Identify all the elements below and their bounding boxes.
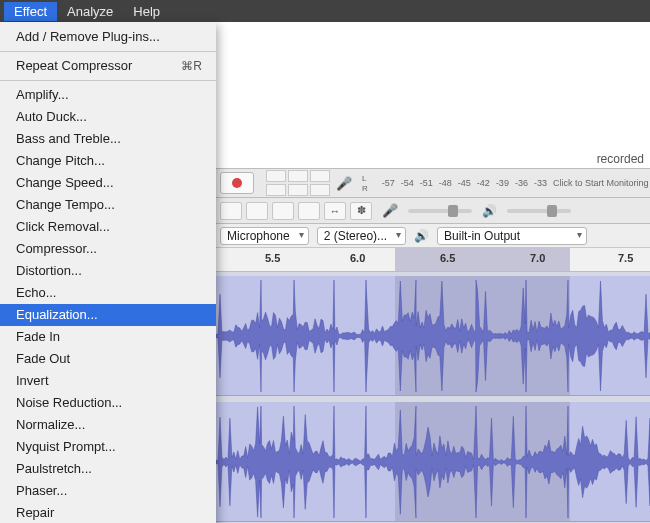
small-button[interactable] xyxy=(220,202,242,220)
waveform-zone[interactable] xyxy=(216,272,650,523)
small-button[interactable] xyxy=(272,202,294,220)
db-tick: -48 xyxy=(439,178,452,188)
speaker-icon: 🔊 xyxy=(482,204,497,218)
small-button[interactable] xyxy=(298,202,320,220)
menu-item-change-pitch[interactable]: Change Pitch... xyxy=(0,150,216,172)
channels-select[interactable]: 2 (Stereo)... xyxy=(317,227,406,245)
mic-icon: 🎤 xyxy=(336,176,352,191)
menu-item-amplify[interactable]: Amplify... xyxy=(0,84,216,106)
effect-dropdown: Add / Remove Plug-ins...Repeat Compresso… xyxy=(0,22,216,523)
tool-draw[interactable] xyxy=(310,170,330,182)
menu-item-noise-reduction[interactable]: Noise Reduction... xyxy=(0,392,216,414)
output-device-select[interactable]: Built-in Output xyxy=(437,227,587,245)
tool-envelope[interactable] xyxy=(288,170,308,182)
recording-meter[interactable]: -57 -54 -51 -48 -45 -42 -39 -36 -33 Clic… xyxy=(382,178,650,188)
db-tick: -54 xyxy=(401,178,414,188)
menu-item-fade-in[interactable]: Fade In xyxy=(0,326,216,348)
small-button[interactable] xyxy=(246,202,268,220)
channel-2[interactable] xyxy=(216,402,650,522)
menu-effect[interactable]: Effect xyxy=(4,2,57,21)
menu-separator xyxy=(0,51,216,52)
db-tick: -36 xyxy=(515,178,528,188)
menu-item-bass-and-treble[interactable]: Bass and Treble... xyxy=(0,128,216,150)
menu-item-paulstretch[interactable]: Paulstretch... xyxy=(0,458,216,480)
slider-thumb[interactable] xyxy=(448,205,458,217)
waveform xyxy=(216,402,650,522)
menu-item-invert[interactable]: Invert xyxy=(0,370,216,392)
db-tick: -51 xyxy=(420,178,433,188)
menu-item-distortion[interactable]: Distortion... xyxy=(0,260,216,282)
menu-item-phaser[interactable]: Phaser... xyxy=(0,480,216,502)
tool-zoom[interactable] xyxy=(266,184,286,196)
record-icon xyxy=(232,178,242,188)
menu-item-nyquist-prompt[interactable]: Nyquist Prompt... xyxy=(0,436,216,458)
small-button[interactable]: ↔ xyxy=(324,202,346,220)
ruler-tick: 6.5 xyxy=(440,252,455,264)
menubar: Effect Analyze Help xyxy=(0,0,650,22)
channel-1[interactable] xyxy=(216,276,650,396)
record-button[interactable] xyxy=(220,172,254,194)
output-volume-slider[interactable] xyxy=(507,209,571,213)
db-tick: -57 xyxy=(382,178,395,188)
menu-item-equalization[interactable]: Equalization... xyxy=(0,304,216,326)
menu-item-change-speed[interactable]: Change Speed... xyxy=(0,172,216,194)
menu-item-compressor[interactable]: Compressor... xyxy=(0,238,216,260)
meter-channel-labels: L R xyxy=(362,174,368,193)
menu-item-echo[interactable]: Echo... xyxy=(0,282,216,304)
input-device-select[interactable]: Microphone xyxy=(220,227,309,245)
db-tick: -42 xyxy=(477,178,490,188)
tool-multi[interactable] xyxy=(310,184,330,196)
ruler-tick: 7.5 xyxy=(618,252,633,264)
ruler-tick: 7.0 xyxy=(530,252,545,264)
edit-tools-grid[interactable] xyxy=(266,170,330,196)
menu-item-fade-out[interactable]: Fade Out xyxy=(0,348,216,370)
menu-analyze[interactable]: Analyze xyxy=(57,2,123,21)
mic-icon: 🎤 xyxy=(382,203,398,218)
menu-separator xyxy=(0,80,216,81)
tool-timeshift[interactable] xyxy=(288,184,308,196)
meter-click-label[interactable]: Click to Start Monitoring xyxy=(553,178,649,188)
menu-help[interactable]: Help xyxy=(123,2,170,21)
menu-item-normalize[interactable]: Normalize... xyxy=(0,414,216,436)
slider-thumb[interactable] xyxy=(547,205,557,217)
menu-item-auto-duck[interactable]: Auto Duck... xyxy=(0,106,216,128)
window-title: recorded xyxy=(597,152,644,166)
input-volume-slider[interactable] xyxy=(408,209,472,213)
menu-item-repair[interactable]: Repair xyxy=(0,502,216,523)
small-button[interactable]: ✽ xyxy=(350,202,372,220)
ruler-tick: 6.0 xyxy=(350,252,365,264)
menu-item-click-removal[interactable]: Click Removal... xyxy=(0,216,216,238)
ruler-tick: 5.5 xyxy=(265,252,280,264)
meter-r-label: R xyxy=(362,184,368,193)
tool-selection[interactable] xyxy=(266,170,286,182)
db-tick: -45 xyxy=(458,178,471,188)
speaker-icon: 🔊 xyxy=(414,229,429,243)
db-tick: -39 xyxy=(496,178,509,188)
menu-item-change-tempo[interactable]: Change Tempo... xyxy=(0,194,216,216)
shortcut: ⌘R xyxy=(181,58,202,74)
waveform xyxy=(216,276,650,396)
db-tick: -33 xyxy=(534,178,547,188)
meter-l-label: L xyxy=(362,174,368,183)
menu-item-add-remove-plug-ins[interactable]: Add / Remove Plug-ins... xyxy=(0,26,216,48)
edit-buttons: ↔ ✽ xyxy=(220,202,372,220)
menu-item-repeat-compressor[interactable]: Repeat Compressor⌘R xyxy=(0,55,216,77)
